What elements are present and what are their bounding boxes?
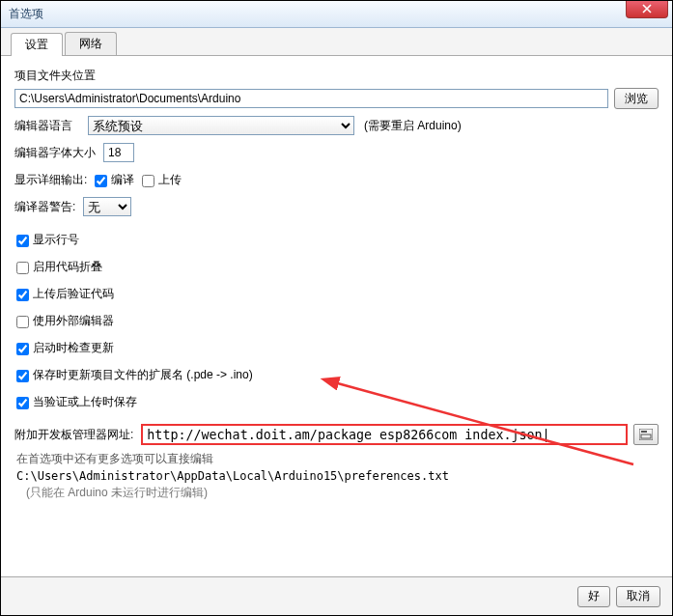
ok-button[interactable]: 好 <box>577 586 610 607</box>
verbose-output-label: 显示详细输出: <box>14 172 87 188</box>
verbose-upload-checkbox[interactable] <box>142 175 154 187</box>
check-updates-label: 启动时检查更新 <box>33 340 114 356</box>
preferences-path: C:\Users\Administrator\AppData\Local\Ard… <box>16 469 659 483</box>
svg-rect-2 <box>641 434 651 438</box>
tab-settings[interactable]: 设置 <box>11 33 63 56</box>
verbose-upload-label: 上传 <box>158 172 182 188</box>
verify-after-upload-label: 上传后验证代码 <box>33 286 114 302</box>
tab-network[interactable]: 网络 <box>65 32 117 55</box>
external-editor-label: 使用外部编辑器 <box>33 313 114 329</box>
close-button[interactable] <box>626 0 668 18</box>
editor-language-select[interactable]: 系统预设 <box>88 116 354 135</box>
verbose-compile-label: 编译 <box>111 172 134 188</box>
browse-button[interactable]: 浏览 <box>614 88 659 109</box>
svg-rect-1 <box>641 431 647 433</box>
restart-required-note: (需要重启 Arduino) <box>364 118 462 134</box>
update-extension-checkbox[interactable] <box>16 370 29 382</box>
font-size-label: 编辑器字体大小 <box>14 145 96 161</box>
verify-after-upload-checkbox[interactable] <box>16 289 29 301</box>
save-on-verify-checkbox[interactable] <box>16 397 29 409</box>
sketchbook-location-label: 项目文件夹位置 <box>14 68 659 84</box>
codefolding-checkbox[interactable] <box>16 262 29 274</box>
linenumbers-checkbox[interactable] <box>16 235 29 247</box>
window-list-icon <box>639 429 653 440</box>
verbose-compile-checkbox[interactable] <box>95 175 107 187</box>
boards-url-expand-button[interactable] <box>633 424 659 445</box>
boards-url-label: 附加开发板管理器网址: <box>14 427 133 443</box>
cancel-button[interactable]: 取消 <box>616 586 660 607</box>
close-icon <box>642 4 652 14</box>
external-editor-checkbox[interactable] <box>16 316 29 328</box>
sketchbook-location-input[interactable] <box>14 89 608 108</box>
boards-url-input[interactable] <box>141 424 628 445</box>
compiler-warnings-select[interactable]: 无 <box>83 197 131 216</box>
font-size-input[interactable] <box>103 143 134 162</box>
save-on-verify-label: 当验证或上传时保存 <box>33 394 137 410</box>
compiler-warnings-label: 编译器警告: <box>14 199 75 215</box>
check-updates-checkbox[interactable] <box>16 343 29 355</box>
editor-language-label: 编辑器语言 <box>14 118 72 134</box>
more-prefs-hint: 在首选项中还有更多选项可以直接编辑 <box>16 451 659 467</box>
codefolding-label: 启用代码折叠 <box>33 259 102 275</box>
update-extension-label: 保存时更新项目文件的扩展名 (.pde -> .ino) <box>33 367 253 383</box>
edit-note: (只能在 Arduino 未运行时进行编辑) <box>26 485 659 501</box>
linenumbers-label: 显示行号 <box>33 232 79 248</box>
window-title: 首选项 <box>9 6 43 22</box>
